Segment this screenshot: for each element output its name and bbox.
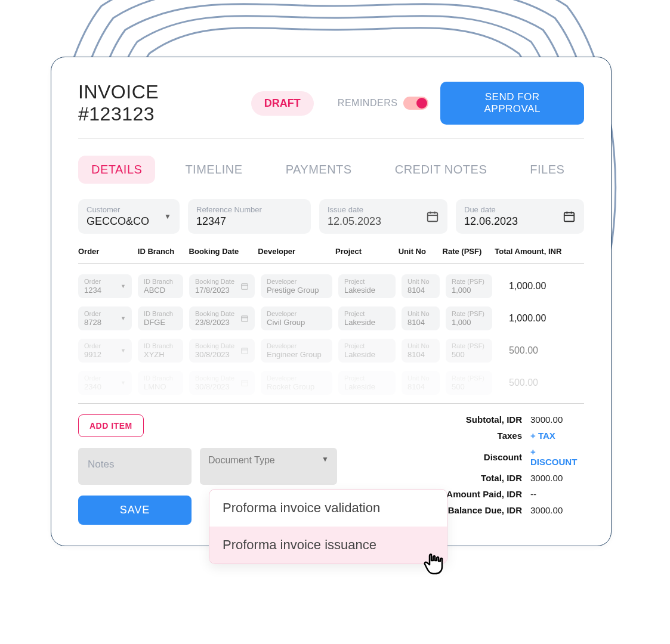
balance-value: 3000.00 <box>530 505 584 515</box>
table-row: Order2340▼ID BranchLMNOBooking Date30/8/… <box>78 371 584 395</box>
document-type-select[interactable]: Document Type ▼ <box>200 448 337 485</box>
due-date-label: Due date <box>464 205 563 214</box>
dropdown-option-issuance[interactable]: Proforma invoice issuance <box>209 527 447 564</box>
tab-details[interactable]: DETAILS <box>78 156 155 184</box>
fields-row: Customer GECCO&CO ▼ Reference Number 123… <box>78 199 584 234</box>
table-row: Order8728▼ID BranchDFGEBooking Date23/8/… <box>78 306 584 330</box>
tab-files[interactable]: FILES <box>517 156 578 184</box>
customer-label: Customer <box>87 205 164 214</box>
issue-date-value: 12.05.2023 <box>328 215 426 228</box>
add-tax-link[interactable]: + TAX <box>530 431 584 441</box>
invoice-title: INVOICE #123123 <box>78 81 239 125</box>
reminders-label: REMINDERS <box>338 98 398 109</box>
invoice-card: INVOICE #123123 DRAFT REMINDERS SEND FOR… <box>51 57 612 546</box>
project-cell[interactable]: ProjectLakeside <box>338 339 396 363</box>
totals-panel: Subtotal, IDR3000.00 Taxes+ TAX Discount… <box>446 414 584 525</box>
cursor-hand-icon <box>419 549 449 578</box>
balance-label: Balance Due, IDR <box>448 505 522 515</box>
reference-label: Reference Number <box>196 205 302 214</box>
taxes-label: Taxes <box>498 431 522 441</box>
date-cell[interactable]: Booking Date23/8/2023 <box>189 306 255 330</box>
table-row: Order1234▼ID BranchABCDBooking Date17/8/… <box>78 274 584 298</box>
reference-input[interactable]: Reference Number 12347 <box>188 199 311 234</box>
developer-cell[interactable]: DeveloperCivil Group <box>261 306 332 330</box>
amount-cell: 500.00 <box>509 377 538 388</box>
branch-cell[interactable]: ID BranchXYZH <box>138 339 183 363</box>
order-cell[interactable]: Order8728▼ <box>78 306 132 330</box>
customer-value: GECCO&CO <box>87 215 164 228</box>
col-rate: Rate (PSF) <box>443 247 495 256</box>
branch-cell[interactable]: ID BranchABCD <box>138 274 183 298</box>
col-booking: Booking Date <box>189 247 258 256</box>
order-cell[interactable]: Order1234▼ <box>78 274 132 298</box>
svg-rect-10 <box>242 316 248 321</box>
svg-rect-0 <box>428 213 438 222</box>
svg-rect-14 <box>242 380 248 386</box>
col-project: Project <box>335 247 399 256</box>
amount-cell: 1,000.00 <box>509 281 546 292</box>
date-cell[interactable]: Booking Date30/8/2023 <box>189 339 255 363</box>
table-header: Order ID Branch Booking Date Developer P… <box>78 247 584 264</box>
amount-cell: 500.00 <box>509 345 538 356</box>
order-cell[interactable]: Order9912▼ <box>78 339 132 363</box>
col-total: Total Amount, INR <box>495 247 584 256</box>
svg-rect-4 <box>564 213 575 222</box>
col-unit: Unit No <box>399 247 443 256</box>
calendar-icon <box>426 210 439 223</box>
reference-value: 12347 <box>196 215 302 228</box>
date-cell[interactable]: Booking Date17/8/2023 <box>189 274 255 298</box>
chevron-down-icon: ▼ <box>164 212 171 221</box>
unit-cell[interactable]: Unit No8104 <box>402 339 440 363</box>
reminders-toggle-group: REMINDERS <box>338 97 429 110</box>
unit-cell[interactable]: Unit No8104 <box>402 274 440 298</box>
col-developer: Developer <box>258 247 335 256</box>
developer-cell[interactable]: DeveloperRocket Group <box>261 371 332 395</box>
tabs: DETAILS TIMELINE PAYMENTS CREDIT NOTES F… <box>78 156 584 184</box>
date-cell[interactable]: Booking Date30/8/2023 <box>189 371 255 395</box>
tab-payments[interactable]: PAYMENTS <box>273 156 365 184</box>
rate-cell[interactable]: Rate (PSF)1,000 <box>446 306 492 330</box>
project-cell[interactable]: ProjectLakeside <box>338 274 396 298</box>
issue-date-label: Issue date <box>328 205 426 214</box>
total-value: 3000.00 <box>530 473 584 483</box>
col-branch: ID Branch <box>138 247 189 256</box>
document-type-dropdown: Proforma invoice validation Proforma inv… <box>209 489 447 564</box>
tab-credit-notes[interactable]: CREDIT NOTES <box>382 156 501 184</box>
rate-cell[interactable]: Rate (PSF)500 <box>446 371 492 395</box>
branch-cell[interactable]: ID BranchDFGE <box>138 306 183 330</box>
due-date-value: 12.06.2023 <box>464 215 563 228</box>
status-badge: DRAFT <box>251 91 314 116</box>
svg-rect-8 <box>242 284 248 289</box>
rate-cell[interactable]: Rate (PSF)500 <box>446 339 492 363</box>
add-item-button[interactable]: ADD ITEM <box>78 414 144 437</box>
col-order: Order <box>78 247 138 256</box>
paid-value: -- <box>530 489 584 499</box>
unit-cell[interactable]: Unit No8104 <box>402 306 440 330</box>
send-for-approval-button[interactable]: SEND FOR APPROVAL <box>440 82 584 125</box>
doc-type-label: Document Type <box>208 455 275 466</box>
subtotal-value: 3000.00 <box>530 414 584 425</box>
calendar-icon <box>563 210 576 223</box>
save-button[interactable]: SAVE <box>78 496 192 525</box>
issue-date-picker[interactable]: Issue date 12.05.2023 <box>319 199 447 234</box>
reminders-toggle[interactable] <box>403 97 428 110</box>
discount-label: Discount <box>484 452 522 462</box>
dropdown-option-validation[interactable]: Proforma invoice validation <box>209 490 447 527</box>
developer-cell[interactable]: DeveloperEngineer Group <box>261 339 332 363</box>
notes-input[interactable]: Notes <box>78 448 192 485</box>
add-discount-link[interactable]: + DISCOUNT <box>530 447 584 467</box>
tab-timeline[interactable]: TIMELINE <box>172 156 255 184</box>
rate-cell[interactable]: Rate (PSF)1,000 <box>446 274 492 298</box>
chevron-down-icon: ▼ <box>322 455 329 463</box>
header-row: INVOICE #123123 DRAFT REMINDERS SEND FOR… <box>78 81 584 139</box>
order-cell[interactable]: Order2340▼ <box>78 371 132 395</box>
table-body: Order1234▼ID BranchABCDBooking Date17/8/… <box>78 274 584 395</box>
unit-cell[interactable]: Unit No8104 <box>402 371 440 395</box>
customer-select[interactable]: Customer GECCO&CO ▼ <box>78 199 180 234</box>
developer-cell[interactable]: DeveloperPrestige Group <box>261 274 332 298</box>
branch-cell[interactable]: ID BranchLMNO <box>138 371 183 395</box>
subtotal-label: Subtotal, IDR <box>466 414 522 425</box>
project-cell[interactable]: ProjectLakeside <box>338 371 396 395</box>
project-cell[interactable]: ProjectLakeside <box>338 306 396 330</box>
due-date-picker[interactable]: Due date 12.06.2023 <box>456 199 584 234</box>
